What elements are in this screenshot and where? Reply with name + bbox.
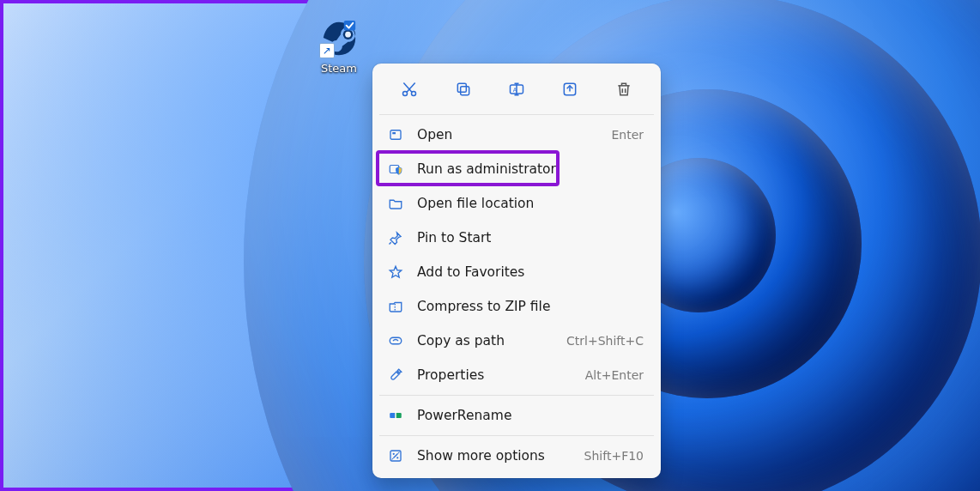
pin-icon bbox=[386, 228, 405, 247]
svg-point-4 bbox=[412, 92, 416, 96]
separator bbox=[379, 114, 654, 115]
star-icon bbox=[386, 263, 405, 282]
rename-button[interactable]: A bbox=[501, 76, 532, 103]
svg-point-3 bbox=[403, 92, 408, 96]
context-menu-action-row: A bbox=[378, 69, 656, 112]
menu-item-compress-to-zip[interactable]: Compress to ZIP file bbox=[378, 289, 656, 324]
wrench-icon bbox=[386, 366, 405, 385]
desktop-wallpaper: ↗ Steam A bbox=[0, 0, 980, 491]
svg-rect-11 bbox=[392, 132, 396, 134]
menu-item-label: Open file location bbox=[417, 196, 644, 211]
menu-item-label: Copy as path bbox=[417, 333, 566, 349]
menu-item-label: Pin to Start bbox=[417, 230, 644, 246]
menu-item-show-more-options[interactable]: Show more options Shift+F10 bbox=[378, 439, 656, 473]
menu-item-accelerator: Shift+F10 bbox=[584, 449, 644, 463]
shield-icon bbox=[386, 160, 405, 179]
menu-item-powerrename[interactable]: PowerRename bbox=[378, 398, 656, 433]
menu-item-run-as-administrator[interactable]: Run as administrator bbox=[378, 152, 656, 186]
menu-item-label: Open bbox=[417, 127, 611, 142]
cut-button[interactable] bbox=[394, 76, 425, 103]
menu-item-label: Compress to ZIP file bbox=[417, 299, 644, 314]
menu-item-accelerator: Ctrl+Shift+C bbox=[566, 334, 644, 348]
separator bbox=[379, 395, 654, 396]
menu-item-pin-to-start[interactable]: Pin to Start bbox=[378, 221, 656, 255]
separator bbox=[379, 435, 654, 436]
menu-item-open-file-location[interactable]: Open file location bbox=[378, 186, 656, 221]
menu-item-add-to-favorites[interactable]: Add to Favorites bbox=[378, 255, 656, 289]
menu-item-accelerator: Enter bbox=[611, 128, 644, 142]
svg-rect-6 bbox=[457, 83, 466, 92]
zip-icon bbox=[386, 297, 405, 316]
desktop-shortcut-label: Steam bbox=[309, 62, 369, 75]
delete-button[interactable] bbox=[608, 76, 639, 103]
steam-icon: ↗ bbox=[319, 19, 359, 58]
shortcut-overlay-icon: ↗ bbox=[319, 43, 335, 58]
menu-item-label: PowerRename bbox=[417, 408, 644, 423]
menu-item-accelerator: Alt+Enter bbox=[585, 368, 644, 382]
svg-rect-5 bbox=[460, 87, 469, 95]
menu-item-label: Show more options bbox=[417, 448, 584, 464]
svg-rect-10 bbox=[390, 130, 401, 140]
svg-text:A: A bbox=[513, 87, 517, 94]
context-menu: A Open bbox=[372, 64, 661, 478]
menu-item-properties[interactable]: Properties Alt+Enter bbox=[378, 358, 656, 392]
open-icon bbox=[386, 125, 405, 144]
path-icon bbox=[386, 331, 405, 350]
menu-item-label: Properties bbox=[417, 367, 585, 383]
svg-rect-13 bbox=[390, 337, 402, 344]
share-button[interactable] bbox=[554, 76, 585, 103]
copy-button[interactable] bbox=[448, 76, 479, 103]
menu-item-copy-as-path[interactable]: Copy as path Ctrl+Shift+C bbox=[378, 324, 656, 358]
folder-icon bbox=[386, 194, 405, 213]
svg-point-1 bbox=[345, 32, 351, 38]
menu-item-label: Run as administrator bbox=[417, 161, 644, 177]
expand-icon bbox=[386, 446, 405, 465]
menu-item-label: Add to Favorites bbox=[417, 264, 644, 280]
powerrename-icon bbox=[386, 406, 405, 425]
desktop-shortcut-steam[interactable]: ↗ Steam bbox=[309, 19, 369, 75]
menu-item-open[interactable]: Open Enter bbox=[378, 118, 656, 152]
